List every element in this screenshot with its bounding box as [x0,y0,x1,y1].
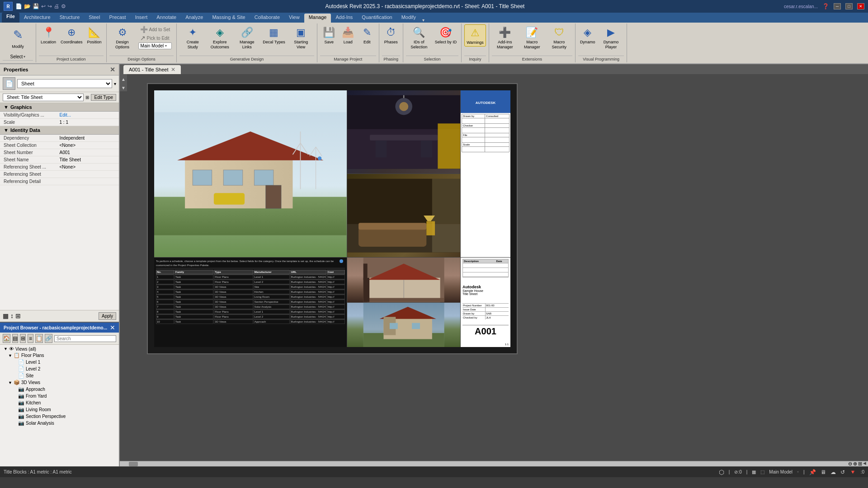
save-button[interactable]: 💾 Save [320,24,338,46]
tab-precast[interactable]: Precast [104,14,130,23]
pb-list-btn[interactable]: ▤ [12,334,18,343]
doc-tab-a001[interactable]: A001 - Title Sheet ✕ [123,65,181,74]
pb-filter-btn[interactable]: ≡ [28,334,33,343]
scroll-down-btn[interactable]: ▼ [120,84,127,91]
pb-link-btn[interactable]: 🔗 [45,334,52,343]
pb-search-input[interactable] [54,335,116,342]
edit-button[interactable]: ✎ Edit [358,24,376,46]
open-btn[interactable]: 📂 [24,3,31,9]
tab-collaborate[interactable]: Collaborate [250,14,284,23]
visibility-value[interactable]: Edit... [60,113,116,117]
tree-solar-analysis[interactable]: 📷 Solar Analysis [0,420,119,427]
prop-group-btn[interactable]: ⊞ [15,312,21,320]
select-dropdown[interactable]: Select ▾ [9,53,28,60]
scroll-up-btn[interactable]: ▲ [120,76,127,83]
coordinates-button[interactable]: ⊕ Coordinates [59,24,85,46]
tab-addins[interactable]: Add-Ins [331,14,357,23]
tree-level-2[interactable]: 📄 Level 2 [0,366,119,372]
macro-security-button[interactable]: 🛡 Macro Security [546,24,572,51]
tab-view[interactable]: View [284,14,304,23]
status-select-icon[interactable]: 📌 [809,469,816,475]
h-scrollbar[interactable]: ⊖ ⊕ ⊞ ◀ [120,461,868,466]
tree-living-room[interactable]: 📷 Living Room [0,406,119,413]
tab-file[interactable]: File [2,13,19,23]
ids-of-selection-button[interactable]: 🔍 IDs of Selection [406,24,432,51]
pick-to-edit-button[interactable]: ↗ Pick to Edit [138,34,172,42]
tree-3d-views[interactable]: ▼ 📦 3D Views [0,379,119,386]
apply-button[interactable]: Apply [99,312,116,320]
main-model-dropdown[interactable]: Main Model ▾ [138,42,172,49]
help-btn[interactable]: ❓ [822,3,829,9]
print-btn[interactable]: 🖨 [54,3,59,9]
macro-manager-button[interactable]: 📝 Macro Manager [519,24,545,51]
tab-massing[interactable]: Massing & Site [208,14,250,23]
redo-btn[interactable]: ↪ [47,3,52,9]
tab-quantification[interactable]: Quantification [357,14,396,23]
status-sync-icon[interactable]: ↺ [840,469,845,475]
identity-data-section-header[interactable]: ▼ Identity Data [0,126,119,135]
tab-insert[interactable]: Insert [131,14,152,23]
tab-structure[interactable]: Structure [55,14,85,23]
zoom-out-btn[interactable]: ⊖ [848,461,852,466]
graphics-section-header[interactable]: ▼ Graphics [0,103,119,112]
h-scroll-handle[interactable] [129,462,138,466]
tab-manage[interactable]: Manage [304,14,331,23]
prop-sort-btn[interactable]: ↕ [10,312,14,320]
minimize-btn[interactable]: ─ [834,3,841,9]
tree-section-perspective[interactable]: 📷 Section Perspective [0,413,119,420]
tab-annotate[interactable]: Annotate [152,14,181,23]
settings-btn[interactable]: ⚙ [61,3,66,9]
tree-views-all[interactable]: ▼ 👁 Views (all) [0,346,119,352]
status-cloud-icon[interactable]: ☁ [830,469,836,475]
add-to-set-button[interactable]: ➕ Add to Set [138,25,172,33]
tree-site[interactable]: 📄 Site [0,372,119,379]
status-filter-icon[interactable]: 🔻 [849,469,856,475]
tree-level-1[interactable]: 📄 Level 1 [0,359,119,366]
tree-from-yard[interactable]: 📷 From Yard [0,393,119,399]
tab-steel[interactable]: Steel [84,14,104,23]
design-options-button[interactable]: ⚙ Design Options [109,24,136,51]
status-warning-icon[interactable]: 🖥 [821,469,826,475]
warnings-button[interactable]: ⚠ Warnings [464,24,486,47]
save-btn[interactable]: 💾 [33,3,39,9]
canvas-area[interactable]: AUTODESK Drawn byConsulted Checker File [120,74,868,461]
select-by-id-button[interactable]: 🎯 Select by ID [433,24,459,46]
status-model-arrow[interactable]: ▾ [797,470,799,474]
position-button[interactable]: 📐 Position [85,24,104,46]
status-view-list-icon[interactable]: ▦ [752,469,756,474]
starting-view-button[interactable]: ▣ Starting View [288,24,314,51]
addins-manager-button[interactable]: ➕ Add-Ins Manager [492,24,518,51]
undo-btn[interactable]: ↩ [41,3,46,9]
tree-approach[interactable]: 📷 Approach [0,386,119,393]
load-button[interactable]: 📥 Load [339,24,357,46]
pb-home-btn[interactable]: 🏠 [3,334,10,343]
prop-filter-btn[interactable]: ▦ [3,312,9,320]
dynamo-player-button[interactable]: ▶ Dynamo Player [598,24,624,51]
zoom-in-btn[interactable]: ⊕ [853,461,857,466]
tree-floor-plans[interactable]: ▼ 📋 Floor Plans [0,352,119,359]
decal-types-button[interactable]: ▦ Decal Types [261,24,287,46]
create-study-button[interactable]: ✦ Create Study [179,24,206,51]
tree-kitchen[interactable]: 📷 Kitchen [0,399,119,406]
close-btn[interactable]: ✕ [857,3,864,9]
type-dropdown[interactable]: Sheet [17,79,112,88]
modify-button[interactable]: ✎ Modify [8,24,28,50]
properties-close-btn[interactable]: ✕ [110,66,115,73]
nav-arrow-left[interactable]: ◀ [863,461,866,466]
ribbon-more[interactable]: ▾ [422,18,425,23]
tab-analyze[interactable]: Analyze [181,14,208,23]
new-btn[interactable]: 📄 [15,3,22,9]
location-button[interactable]: 📍 Location [39,24,58,46]
explore-outcomes-button[interactable]: ◈ Explore Outcomes [207,24,233,51]
edit-type-button[interactable]: Edit Type [91,94,116,101]
doc-tab-close-btn[interactable]: ✕ [171,66,175,73]
dynamo-button[interactable]: ◈ Dynamo [578,24,597,46]
pb-thumbnail-btn[interactable]: ⊞ [20,334,26,343]
pb-close-btn[interactable]: ✕ [110,324,115,331]
status-model-icon[interactable]: ⬚ [760,469,764,474]
tab-modify[interactable]: Modify [397,14,420,23]
maximize-btn[interactable]: □ [845,3,853,9]
manage-links-button[interactable]: 🔗 Manage Links [234,24,260,51]
pb-copy-btn[interactable]: 📋 [35,334,43,343]
fit-view-btn[interactable]: ⊞ [858,461,862,466]
